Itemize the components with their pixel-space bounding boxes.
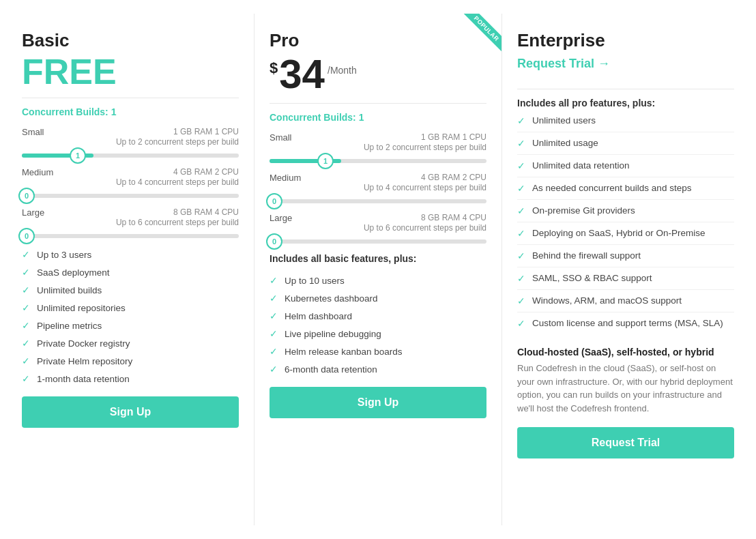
basic-medium-steps: Up to 4 concurrent steps per build: [116, 177, 239, 187]
basic-feature-7: ✓Private Helm repository: [22, 355, 239, 366]
enterprise-title: Enterprise: [517, 30, 734, 51]
basic-small-track[interactable]: 1: [22, 154, 239, 158]
pro-medium-header: Medium 4 GB RAM 2 CPU Up to 4 concurrent…: [270, 173, 486, 196]
pro-medium-thumb[interactable]: 0: [266, 193, 282, 209]
pro-large-slider-container: Large 8 GB RAM 4 CPU Up to 6 concurrent …: [270, 213, 486, 244]
basic-large-info: 8 GB RAM 4 CPU Up to 6 concurrent steps …: [116, 207, 239, 231]
check-icon-1: ✓: [22, 249, 30, 260]
pro-check-1: ✓: [270, 275, 278, 286]
pro-features-list: ✓Up to 10 users ✓Kubernetes dashboard ✓H…: [270, 275, 486, 375]
pro-small-thumb[interactable]: 1: [317, 153, 334, 169]
basic-feature-5: ✓Pipeline metrics: [22, 320, 239, 331]
pro-divider: [270, 103, 486, 104]
pro-large-info: 8 GB RAM 4 CPU Up to 6 concurrent steps …: [364, 213, 486, 237]
basic-medium-info: 4 GB RAM 2 CPU Up to 4 concurrent steps …: [116, 167, 239, 191]
ent-check-7: ✓: [517, 250, 525, 261]
pro-small-track[interactable]: 1: [270, 159, 486, 163]
ent-feature-2: ✓Unlimited usage: [517, 138, 734, 155]
pro-medium-label: Medium: [270, 173, 301, 183]
pricing-container: Basic FREE Concurrent Builds: 1 Small 1 …: [0, 0, 756, 539]
pro-large-thumb[interactable]: 0: [266, 233, 282, 250]
ent-check-4: ✓: [517, 183, 525, 194]
basic-small-label: Small: [22, 127, 44, 137]
pro-large-track[interactable]: 0: [270, 239, 486, 244]
basic-small-thumb[interactable]: 1: [70, 147, 86, 164]
pro-check-5: ✓: [270, 346, 278, 357]
basic-medium-label: Medium: [22, 167, 53, 177]
check-icon-7: ✓: [22, 355, 30, 366]
basic-feature-4: ✓Unlimited repositories: [22, 302, 239, 313]
enterprise-plan: Enterprise Request Trial → Includes all …: [502, 14, 749, 525]
pro-large-specs: 8 GB RAM 4 CPU: [364, 213, 486, 222]
pro-small-label: Small: [270, 132, 292, 143]
basic-divider: [22, 98, 239, 98]
basic-plan: Basic FREE Concurrent Builds: 1 Small 1 …: [7, 14, 255, 525]
basic-signup-button[interactable]: Sign Up: [22, 396, 239, 428]
basic-large-specs: 8 GB RAM 4 CPU: [116, 207, 239, 217]
pro-large-label: Large: [270, 213, 292, 223]
basic-medium-slider-container: Medium 4 GB RAM 2 CPU Up to 4 concurrent…: [22, 167, 239, 198]
basic-large-label: Large: [22, 207, 44, 218]
ent-check-5: ✓: [517, 205, 525, 216]
ent-feature-1: ✓Unlimited users: [517, 115, 734, 132]
cloud-hosted-desc: Run Codefresh in the cloud (SaaS), or se…: [517, 362, 734, 415]
ent-feature-6: ✓Deploying on SaaS, Hybrid or On-Premise: [517, 228, 734, 245]
basic-price: FREE: [22, 54, 239, 89]
ent-feature-3: ✓Unlimited data retention: [517, 160, 734, 177]
pro-feature-3: ✓Helm dashboard: [270, 310, 486, 321]
pro-plan: POPULAR Pro $ 34 /Month Concurrent Build…: [255, 14, 502, 525]
pro-small-info: 1 GB RAM 1 CPU Up to 2 concurrent steps …: [364, 132, 486, 156]
basic-feature-6: ✓Private Docker registry: [22, 338, 239, 349]
pro-large-steps: Up to 6 concurrent steps per build: [364, 223, 486, 233]
pro-price-number: 34: [279, 54, 325, 95]
enterprise-includes-plus: Includes all pro features, plus:: [517, 98, 734, 108]
pro-medium-track[interactable]: 0: [270, 199, 486, 203]
basic-feature-3: ✓Unlimited builds: [22, 285, 239, 295]
pro-signup-button[interactable]: Sign Up: [270, 387, 486, 418]
enterprise-request-trial-button[interactable]: Request Trial: [517, 427, 734, 458]
pro-medium-steps: Up to 4 concurrent steps per build: [364, 183, 486, 192]
ent-check-1: ✓: [517, 115, 525, 126]
basic-large-track[interactable]: 0: [22, 234, 239, 238]
basic-concurrent-label: Concurrent Builds:: [22, 106, 108, 117]
pro-medium-specs: 4 GB RAM 2 CPU: [364, 173, 486, 182]
pro-feature-2: ✓Kubernetes dashboard: [270, 293, 486, 304]
pro-medium-info: 4 GB RAM 2 CPU Up to 4 concurrent steps …: [364, 173, 486, 196]
pro-small-slider-container: Small 1 GB RAM 1 CPU Up to 2 concurrent …: [270, 132, 486, 163]
check-icon-5: ✓: [22, 320, 30, 331]
basic-small-slider-container: Small 1 GB RAM 1 CPU Up to 2 concurrent …: [22, 127, 239, 158]
basic-concurrent-value: 1: [111, 106, 117, 117]
basic-feature-2: ✓SaaS deployment: [22, 267, 239, 278]
popular-label: POPULAR: [463, 14, 501, 52]
ent-feature-5: ✓On-premise Git providers: [517, 205, 734, 222]
basic-large-slider-container: Large 8 GB RAM 4 CPU Up to 6 concurrent …: [22, 207, 239, 238]
pro-small-steps: Up to 2 concurrent steps per build: [364, 143, 486, 152]
pro-concurrent-label: Concurrent Builds:: [270, 112, 356, 123]
basic-features-list: ✓Up to 3 users ✓SaaS deployment ✓Unlimit…: [22, 249, 239, 384]
basic-small-specs: 1 GB RAM 1 CPU: [116, 127, 239, 136]
basic-large-steps: Up to 6 concurrent steps per build: [116, 218, 239, 227]
check-icon-2: ✓: [22, 267, 30, 278]
cloud-hosted-title: Cloud-hosted (SaaS), self-hosted, or hyb…: [517, 347, 734, 358]
pro-check-3: ✓: [270, 310, 278, 321]
basic-small-info: 1 GB RAM 1 CPU Up to 2 concurrent steps …: [116, 127, 239, 151]
ent-check-9: ✓: [517, 295, 525, 306]
basic-large-header: Large 8 GB RAM 4 CPU Up to 6 concurrent …: [22, 207, 239, 231]
ent-feature-4: ✓As needed concurrent builds and steps: [517, 183, 734, 200]
basic-medium-thumb[interactable]: 0: [18, 188, 35, 204]
basic-large-thumb[interactable]: 0: [18, 228, 35, 244]
pro-small-specs: 1 GB RAM 1 CPU: [364, 132, 486, 142]
pro-feature-4: ✓Live pipeline debugging: [270, 328, 486, 339]
ent-check-6: ✓: [517, 228, 525, 239]
basic-feature-1: ✓Up to 3 users: [22, 249, 239, 260]
pro-concurrent-builds: Concurrent Builds: 1: [270, 112, 486, 123]
request-trial-link[interactable]: Request Trial →: [517, 57, 610, 71]
pro-check-6: ✓: [270, 364, 278, 375]
basic-small-header: Small 1 GB RAM 1 CPU Up to 2 concurrent …: [22, 127, 239, 151]
pro-feature-6: ✓6-month data retention: [270, 364, 486, 375]
ent-feature-8: ✓SAML, SSO & RBAC support: [517, 273, 734, 290]
basic-title: Basic: [22, 30, 239, 51]
ent-feature-7: ✓Behind the firewall support: [517, 250, 734, 267]
pro-small-header: Small 1 GB RAM 1 CPU Up to 2 concurrent …: [270, 132, 486, 156]
basic-medium-track[interactable]: 0: [22, 194, 239, 198]
